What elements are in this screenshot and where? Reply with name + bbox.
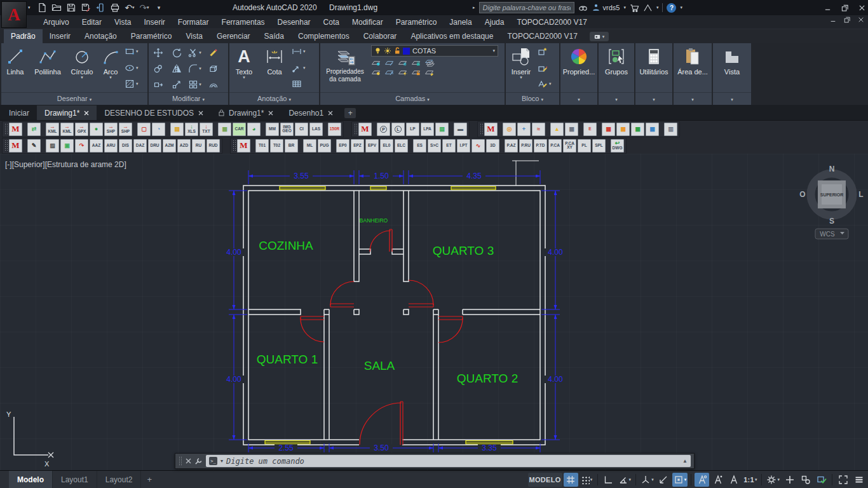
plot-button[interactable] — [109, 1, 121, 14]
toolbar-icon-button[interactable]: ▦ — [616, 123, 630, 136]
viewcube-face-label[interactable]: SUPERIOR — [820, 193, 844, 197]
layer-match-button[interactable] — [384, 59, 395, 67]
topocad-logo-button[interactable]: M — [9, 139, 22, 152]
toolbar-icon-button[interactable]: ▦ — [565, 123, 578, 136]
doc-restore-button[interactable] — [844, 17, 850, 23]
new-file-button[interactable] — [36, 1, 48, 14]
toolbar-button-p-td[interactable]: P.TD — [534, 139, 547, 152]
toolbar-button-t01[interactable]: T01 — [255, 139, 269, 152]
toolbar-button-shp[interactable]: →SHP — [119, 123, 132, 136]
layer-dropdown-caret-icon[interactable]: ▾ — [492, 49, 495, 53]
circle-button[interactable]: Círculo ▾ — [66, 43, 98, 92]
toolbar-grip[interactable] — [233, 140, 236, 151]
leader-button[interactable]: ▾ — [292, 63, 306, 73]
menu-vista[interactable]: Vista — [108, 15, 137, 29]
layer-properties-button[interactable]: Propriedades da camada — [320, 43, 370, 92]
doc-tab-desenho-de-estudos[interactable]: DESENHO DE ESTUDOS — [97, 105, 211, 120]
ribbon-tab-sa-da[interactable]: Saída — [257, 29, 291, 43]
line-button[interactable]: Linha — [1, 43, 29, 92]
toolbar-button-p-ru[interactable]: P.RU — [519, 139, 532, 152]
ribbon-tab-topocad2000-v17[interactable]: TOPOCAD2000 V17 — [500, 29, 585, 43]
redo-button[interactable]: ↷▾ — [138, 1, 151, 14]
layer-isolate-button[interactable] — [371, 59, 381, 67]
create-block-button[interactable] — [538, 46, 552, 57]
rectangle-button[interactable]: ▾ — [125, 46, 139, 57]
doc-minimize-button[interactable] — [830, 17, 836, 23]
close-tab-icon[interactable] — [198, 111, 203, 116]
toolbar-button-kml[interactable]: →KML — [46, 123, 59, 136]
menu-cota[interactable]: Cota — [317, 15, 346, 29]
ribbon-tab-vista[interactable]: Vista — [179, 29, 209, 43]
doc-tab-desenho1[interactable]: Desenho1 — [281, 105, 341, 120]
toolbar-button-spl[interactable]: SPL — [592, 139, 606, 152]
toolbar-button-gpx[interactable]: →GPX — [75, 123, 88, 136]
toolbar-icon-button[interactable]: ▨ — [46, 139, 59, 152]
toolbar-grip[interactable] — [354, 123, 357, 135]
ribbon-tab-colaborar[interactable]: Colaborar — [356, 29, 404, 43]
explode-button[interactable] — [204, 60, 222, 76]
toolbar-button-3d[interactable]: 3D — [486, 139, 499, 152]
layer-dropdown[interactable]: COTAS ▾ — [371, 45, 498, 57]
restore-button[interactable] — [841, 4, 848, 11]
save-as-button[interactable] — [79, 1, 92, 14]
account-button[interactable]: vrds5 — [592, 3, 620, 12]
toolbar-icon-button[interactable]: ◔ — [152, 123, 165, 136]
toolbar-button-br[interactable]: BR — [285, 139, 298, 152]
compass-north[interactable]: N — [829, 165, 835, 173]
ribbon-tab-param-trico[interactable]: Paramétrico — [124, 29, 179, 43]
panel-desenhar-footer[interactable]: Desenhar ▾ — [1, 92, 147, 105]
open-file-button[interactable] — [50, 1, 63, 14]
toolbar-icon-button[interactable]: ≈ — [532, 123, 545, 136]
compass-east[interactable]: L — [858, 190, 863, 199]
hardware-acceleration-button[interactable] — [814, 473, 829, 487]
toolbar-icon-button[interactable]: ▦ — [646, 123, 659, 136]
layer-unlock-button[interactable] — [411, 69, 421, 76]
command-recent-caret-icon[interactable]: ▾ — [220, 458, 223, 464]
copy-button[interactable] — [149, 60, 167, 76]
toolbar-button-el0[interactable]: EL0 — [380, 139, 393, 152]
panel-utilitarios[interactable]: Utilitários ▾ — [635, 43, 672, 105]
layout-tab-modelo[interactable]: Modelo — [9, 471, 53, 488]
command-history-icon[interactable]: ▲ — [682, 458, 688, 464]
search-icon[interactable] — [578, 3, 588, 13]
toolbar-button-xls[interactable]: ↓XLS — [185, 123, 198, 136]
annotation-autoscale-toggle[interactable] — [710, 473, 725, 487]
doc-tab-drawing1[interactable]: Drawing1* — [211, 105, 281, 120]
toolbar-button-lp[interactable]: LP — [406, 123, 419, 136]
hatch-button[interactable]: ▾ — [125, 79, 139, 89]
toolbar-button-lpa[interactable]: LPA — [421, 123, 434, 136]
ribbon-tab-anota-o[interactable]: Anotação — [78, 29, 124, 43]
toolbar-button-azd[interactable]: AZD — [177, 139, 191, 152]
isometric-drafting-toggle[interactable]: ▾ — [639, 473, 655, 487]
customization-gear-button[interactable]: ▾ — [765, 473, 781, 487]
toolbar-button-las[interactable]: LAS — [309, 123, 323, 136]
ortho-toggle[interactable] — [601, 473, 616, 487]
toolbar-button-et[interactable]: ET — [442, 139, 456, 152]
toolbar-icon-button[interactable]: ▦ — [631, 123, 644, 136]
panel-area-de-transferencia[interactable]: Área de... ▾ — [674, 43, 712, 105]
doc-tab-drawing1[interactable]: Drawing1* — [37, 105, 97, 120]
compass-south[interactable]: S — [829, 217, 834, 226]
toolbar-icon-button[interactable]: ∿ — [471, 139, 485, 152]
erase-button[interactable] — [204, 44, 222, 60]
minimize-button[interactable] — [824, 4, 831, 11]
snap-toggle[interactable]: ▾ — [580, 473, 594, 487]
toolbar-button-ml[interactable]: ML — [303, 139, 316, 152]
view-cube[interactable]: N S O L SUPERIOR WCS — [796, 163, 868, 244]
panel-bloco-footer[interactable]: Bloco ▾ — [506, 92, 559, 105]
toolbar-button-mm[interactable]: MM — [266, 123, 279, 136]
ribbon-tab-padr-o[interactable]: Padrão — [4, 29, 43, 43]
panel-propriedades[interactable]: Propried... ▾ — [560, 43, 597, 105]
command-input[interactable]: >_ ▾ Digite um comando ▲ — [206, 455, 691, 467]
object-snap-tracking-toggle[interactable] — [656, 473, 671, 487]
toolbar-icon-button[interactable]: + — [517, 123, 531, 136]
ribbon-tab-inserir[interactable]: Inserir — [43, 29, 78, 43]
toolbar-button-epv[interactable]: EPV — [365, 139, 379, 152]
toolbar-button-aaz[interactable]: AAZ — [90, 139, 103, 152]
toolbar-icon-button[interactable]: L — [391, 123, 405, 136]
toolbar-button-elc[interactable]: ELC — [395, 139, 408, 152]
customize-qat-button[interactable]: ▾ — [153, 1, 165, 14]
menu-desenhar[interactable]: Desenhar — [271, 15, 317, 29]
toolbar-button-ep0[interactable]: EP0 — [336, 139, 349, 152]
scale-button[interactable] — [167, 76, 186, 92]
